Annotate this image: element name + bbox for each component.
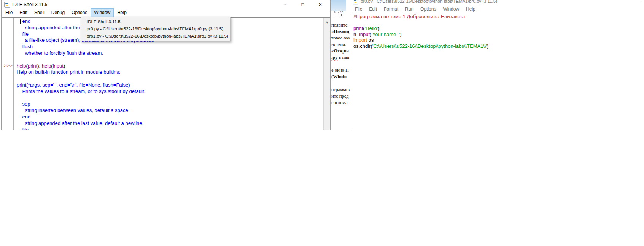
- word-ruler: 9 10: [331, 11, 350, 17]
- ruler-tab-marker: [340, 14, 342, 16]
- window-menu-item-0[interactable]: IDLE Shell 3.11.5: [81, 18, 230, 25]
- text-segment: input: [359, 32, 370, 37]
- text-segment: ограммой: [331, 87, 350, 92]
- shell-menu-shell[interactable]: Shell: [31, 8, 48, 17]
- text-segment: 'Hello': [365, 25, 378, 31]
- shell-line: end: [17, 114, 323, 120]
- word-line: «Откры: [331, 48, 350, 54]
- desktop: 9 10 появитс.«Помощтовое окнйствия:«Откр…: [0, 0, 644, 246]
- shell-menu-window[interactable]: Window: [91, 8, 114, 17]
- text-segment: help: [17, 63, 26, 69]
- word-document-window: 9 10 появитс.«Помощтовое окнйствия:«Откр…: [331, 0, 350, 130]
- word-line: йствия:: [331, 41, 350, 48]
- code-line: [353, 20, 644, 26]
- shell-titlebar[interactable]: IDLE Shell 3.11.5 − □ ×: [2, 0, 330, 8]
- python-file-icon: [4, 2, 10, 8]
- word-page-text: появитс.«Помощтовое окнйствия:«Откры.py …: [331, 22, 350, 106]
- shell-menu-help[interactable]: Help: [114, 8, 130, 17]
- editor-titlebar[interactable]: pr0.py - C:\Users\u522-16\Desktop\python…: [350, 0, 644, 5]
- text-segment: 'C:\\Users\\u522-16\\Desktop\\python-lab…: [372, 43, 487, 49]
- text-segment: );: [37, 63, 42, 69]
- text-segment: flush: [17, 44, 33, 49]
- editor-menubar: FileEditFormatRunOptionsWindowHelp: [350, 5, 644, 13]
- word-line: ограммой: [331, 87, 350, 93]
- shell-line: Prints the values to a stream, or to sys…: [17, 88, 323, 95]
- shell-menu-file[interactable]: File: [2, 8, 16, 17]
- text-segment: в пап: [337, 55, 349, 60]
- idle-editor-window: pr0.py - C:\Users\u522-16\Desktop\python…: [350, 0, 644, 130]
- word-line: е окно П: [331, 67, 350, 74]
- close-button[interactable]: ×: [312, 0, 329, 8]
- shell-line: help(print); help(input): [17, 63, 323, 69]
- text-segment: file: [17, 127, 29, 130]
- prompt-sidebar: >>>: [2, 18, 14, 130]
- word-line: «Помощ: [331, 28, 350, 35]
- text-segment: end: [17, 114, 30, 120]
- text-segment: ): [378, 25, 379, 31]
- code-line: print('Hello'): [353, 25, 644, 32]
- text-segment: os: [367, 37, 374, 43]
- word-line: .py в пап: [331, 54, 350, 61]
- editor-menu-window[interactable]: Window: [439, 5, 463, 13]
- editor-menu-file[interactable]: File: [351, 5, 366, 13]
- editor-menu-edit[interactable]: Edit: [366, 5, 380, 13]
- caption-buttons: − □ ×: [277, 0, 329, 8]
- word-line: товое окн: [331, 35, 350, 41]
- text-segment: появитс.: [331, 22, 348, 28]
- text-segment: print: [353, 25, 363, 31]
- text-segment: sep: [17, 101, 30, 107]
- text-segment: ): [400, 32, 401, 37]
- text-segment: .py: [331, 55, 337, 60]
- editor-title: pr0.py - C:\Users\u522-16\Desktop\python…: [361, 0, 497, 5]
- editor-menu-help[interactable]: Help: [463, 5, 479, 13]
- word-line: [331, 80, 350, 87]
- code-line: #Программа по теме 1 Добровольска Елизав…: [353, 14, 644, 20]
- code-line: os.chdir('C:\\Users\\u522-16\\Desktop\\p…: [353, 43, 644, 49]
- text-segment: «Помощ: [331, 29, 349, 34]
- editor-menu-run[interactable]: Run: [402, 5, 417, 13]
- text-segment: help: [42, 63, 51, 69]
- window-menu-item-2[interactable]: prb1.py - C:\Users\u522-16\Desktop\pytho…: [81, 33, 230, 40]
- text-segment: string inserted between values, default …: [17, 107, 129, 113]
- text-segment: print(*args, sep=' ', end='\n', file=Non…: [17, 82, 130, 88]
- text-segment: с в кома: [331, 100, 348, 105]
- text-segment: print: [28, 63, 37, 69]
- shell-line: print(*args, sep=' ', end='\n', file=Non…: [17, 82, 323, 88]
- shell-scrollbar[interactable]: ∧: [323, 18, 330, 130]
- text-segment: import: [353, 37, 367, 43]
- shell-prompt: >>>: [4, 63, 13, 68]
- text-segment: «Откры: [331, 48, 349, 54]
- word-line: появитс.: [331, 22, 350, 28]
- shell-menu-debug[interactable]: Debug: [48, 8, 68, 17]
- shell-menu-edit[interactable]: Edit: [16, 8, 31, 17]
- text-segment: end: [17, 18, 30, 24]
- editor-code-area[interactable]: #Программа по теме 1 Добровольска Елизав…: [350, 13, 644, 130]
- scroll-up-arrow-icon[interactable]: ∧: [325, 20, 329, 24]
- maximize-button[interactable]: □: [294, 0, 312, 8]
- editor-menu-format[interactable]: Format: [380, 5, 402, 13]
- window-menu-item-1[interactable]: pr0.py - C:\Users\u522-16\Desktop\python…: [81, 25, 230, 33]
- shell-line: [17, 57, 323, 63]
- shell-line: string appended after the last value, de…: [17, 120, 323, 127]
- text-cursor: [20, 19, 21, 24]
- text-segment: ): [64, 63, 65, 69]
- text-segment: Prints the values to a stream, or to sys…: [17, 88, 145, 94]
- ruler-mark-10: 10: [340, 11, 343, 14]
- shell-menu-options[interactable]: Options: [68, 8, 91, 17]
- text-segment: h=: [353, 32, 359, 37]
- shell-menubar: FileEditShellDebugOptionsWindowHelp: [2, 8, 330, 17]
- editor-menu-options[interactable]: Options: [417, 5, 439, 13]
- text-segment: ите пред: [331, 93, 349, 99]
- shell-line: [17, 95, 323, 101]
- text-segment: input: [53, 63, 64, 69]
- text-segment: #Программа по теме 1 Добровольска Елизав…: [353, 14, 465, 19]
- text-segment: Help on built-in function print in modul…: [17, 69, 120, 75]
- shell-line: [17, 76, 323, 82]
- code-line: h=input('Your name='): [353, 32, 644, 38]
- text-segment: е окно П: [331, 68, 349, 73]
- text-segment: ): [487, 43, 488, 49]
- text-segment: whether to forcibly flush the stream.: [17, 50, 103, 56]
- minimize-button[interactable]: −: [277, 0, 294, 8]
- text-segment: os.chdir(: [353, 43, 372, 49]
- text-segment: (Windo: [331, 74, 347, 79]
